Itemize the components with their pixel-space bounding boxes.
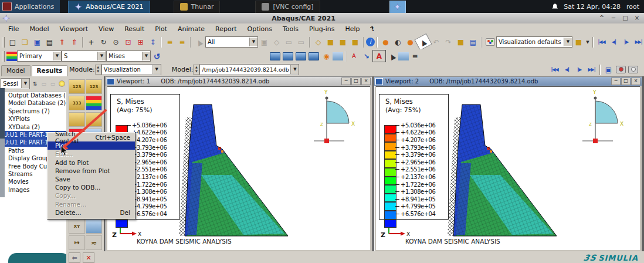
window-titlebar[interactable]: Abaqus/CAE 2021 ^ − □ ×: [0, 13, 644, 24]
screen-capture-button[interactable]: ▤: [467, 36, 479, 48]
prompt-back-button[interactable]: ⇐: [69, 252, 80, 263]
xy-report-button[interactable]: [86, 219, 102, 234]
viewport-1-titlebar[interactable]: Viewport: 1 ODB: /tmp/job1744432039.8214…: [106, 77, 372, 86]
cycle-items-icon[interactable]: ⇅: [31, 80, 39, 88]
next-frame-button[interactable]: |▶: [620, 36, 632, 48]
applications-menu[interactable]: Applications: [0, 0, 60, 13]
edit-annotation-button[interactable]: ▲: [384, 48, 400, 64]
view-compass[interactable]: Y X Z: [582, 89, 623, 143]
probe-arrow-button[interactable]: ↘: [360, 50, 372, 62]
viewport-minimize-button[interactable]: −: [341, 77, 351, 85]
linked-viewports-button[interactable]: ◇: [270, 36, 283, 48]
previous-frame-button[interactable]: ◀|: [561, 64, 573, 75]
menu-report[interactable]: Report: [211, 25, 241, 33]
viewport-1-window[interactable]: Viewport: 1 ODB: /tmp/job1744432039.8214…: [105, 76, 372, 252]
menu-item-add-to-plot[interactable]: Add to Plot: [48, 159, 135, 167]
field-position-combo[interactable]: Primary ▼: [17, 50, 62, 62]
taskbar-item-vnc-config[interactable]: [VNC config]: [255, 1, 320, 14]
field-output-dialog-button[interactable]: [6, 52, 17, 61]
viewport-1-canvas[interactable]: Y X Z Z X Y KOYN: [107, 86, 370, 250]
chevron-down-icon[interactable]: ▼: [53, 52, 61, 60]
chevron-down-icon[interactable]: ▼: [249, 38, 257, 46]
query-button[interactable]: ▣: [258, 36, 270, 48]
tip-lightbulb-icon[interactable]: [58, 80, 66, 88]
session-combo[interactable]: Sessi ▼: [1, 78, 30, 89]
render-shaded-button[interactable]: ≡: [176, 36, 188, 48]
chevron-down-icon[interactable]: ▼: [21, 79, 29, 88]
first-frame-button[interactable]: |◀◀: [548, 64, 561, 75]
annotate-arrow-button[interactable]: A: [348, 50, 360, 62]
camera-snapshot-icon[interactable]: [627, 64, 639, 75]
menu-item-copy-to-odb[interactable]: Copy to ODB...: [48, 183, 135, 191]
color-cube-button[interactable]: ■: [572, 36, 585, 48]
menu-options[interactable]: Options: [243, 25, 277, 33]
menu-view[interactable]: View: [94, 25, 118, 33]
context-help-icon[interactable]: ?: [364, 22, 380, 36]
viewport-layout-single-button[interactable]: [270, 52, 280, 60]
menu-item-save[interactable]: Save: [48, 175, 135, 183]
create-icon[interactable]: ▭: [40, 80, 48, 88]
viewport-layout-horizontal-button[interactable]: [296, 52, 306, 60]
model-spinner[interactable]: ▲▼: [193, 65, 199, 75]
tab-results[interactable]: Results: [32, 65, 68, 76]
undo-button[interactable]: ↶: [430, 36, 442, 48]
close-button[interactable]: ×: [632, 14, 642, 22]
menu-item-remove-from-plot[interactable]: Remove from Plot: [48, 167, 135, 175]
viewport-2-canvas[interactable]: Y X Z Z X Y KOYNA DAM SEISM: [376, 86, 640, 250]
viewport-annotation-button[interactable]: [333, 52, 343, 60]
menu-item-rename[interactable]: Rename...: [48, 200, 135, 208]
module-combo[interactable]: Visualization ▼: [101, 64, 161, 75]
shade-button[interactable]: ^: [597, 14, 606, 22]
viewport-2-titlebar[interactable]: Viewport: 2 ODB: /tmp/job1744432039.8214…: [374, 77, 642, 86]
viewport-2-window[interactable]: Viewport: 2 ODB: /tmp/job1744432039.8214…: [374, 76, 642, 252]
field-refinement-combo[interactable]: Mises ▼: [106, 50, 151, 62]
chevron-down-icon[interactable]: ▼: [585, 36, 591, 48]
model-combo[interactable]: /tmp/job1744432039.8214.odb ▼: [199, 64, 299, 75]
viewport-maximize-button[interactable]: □: [351, 77, 361, 85]
selection-filter-combo[interactable]: All ▼: [205, 36, 258, 48]
viewport-minimize-button[interactable]: −: [611, 77, 621, 85]
save-button[interactable]: ▣: [31, 36, 43, 48]
menu-file[interactable]: File: [4, 25, 23, 33]
attach-model-button[interactable]: ⇑: [68, 36, 80, 48]
magnify-view-button[interactable]: ⊙: [110, 36, 122, 48]
chevron-down-icon[interactable]: ▼: [564, 38, 572, 46]
attach-database-button[interactable]: ⇑: [56, 36, 68, 48]
auto-fit-button[interactable]: ⊞: [134, 36, 147, 48]
print-button[interactable]: ▤: [43, 36, 56, 48]
cycle-views-button[interactable]: ⇕: [147, 36, 159, 48]
viewport-close-button[interactable]: ×: [631, 77, 640, 85]
measure-button[interactable]: ▭: [295, 36, 307, 48]
chevron-down-icon[interactable]: ▼: [97, 52, 106, 60]
open-odb-button[interactable]: ❏: [19, 36, 31, 48]
workspace-switcher[interactable]: [389, 1, 406, 14]
menu-tools[interactable]: Tools: [278, 25, 303, 33]
menu-plugins[interactable]: Plug-ins: [304, 25, 339, 33]
text-annotation-button[interactable]: A: [372, 50, 386, 62]
viewport-maximize-button[interactable]: □: [621, 77, 631, 85]
viewport-layout-vertical-button[interactable]: [309, 52, 319, 60]
path-plot-button[interactable]: ↦: [69, 235, 85, 250]
previous-frame-button[interactable]: ◀|: [608, 36, 620, 48]
redo-button[interactable]: ↷: [442, 36, 455, 48]
edit-icon[interactable]: ▭: [49, 80, 57, 88]
tree-item-output-databases[interactable]: Output Databases (1): [0, 92, 66, 99]
color-code-combo[interactable]: Visualization defaults ▼: [496, 36, 572, 48]
deformed-plot-button[interactable]: 123: [86, 79, 102, 94]
view-compass[interactable]: Y X Z: [314, 89, 355, 143]
pan-view-button[interactable]: +: [85, 36, 97, 48]
chevron-down-icon[interactable]: ▼: [152, 65, 161, 74]
annotation-manager-button[interactable]: [398, 52, 409, 60]
lock-icon[interactable]: ■: [455, 36, 467, 48]
menu-animate[interactable]: Animate: [173, 25, 209, 33]
prompt-cancel-button[interactable]: ✕: [83, 252, 94, 263]
new-file-button[interactable]: □: [6, 36, 19, 48]
annotation-list-button[interactable]: ≡: [409, 50, 421, 62]
xy-curve-button[interactable]: ≈: [86, 235, 102, 250]
first-frame-button[interactable]: |◀◀: [595, 36, 608, 48]
background-scrollbar[interactable]: [0, 139, 5, 197]
view-cut-button[interactable]: ●: [379, 36, 392, 48]
view-cut-half-button[interactable]: ◐: [392, 36, 404, 48]
animation-options-button[interactable]: ▣: [602, 64, 615, 75]
minimize-button[interactable]: −: [609, 14, 618, 22]
